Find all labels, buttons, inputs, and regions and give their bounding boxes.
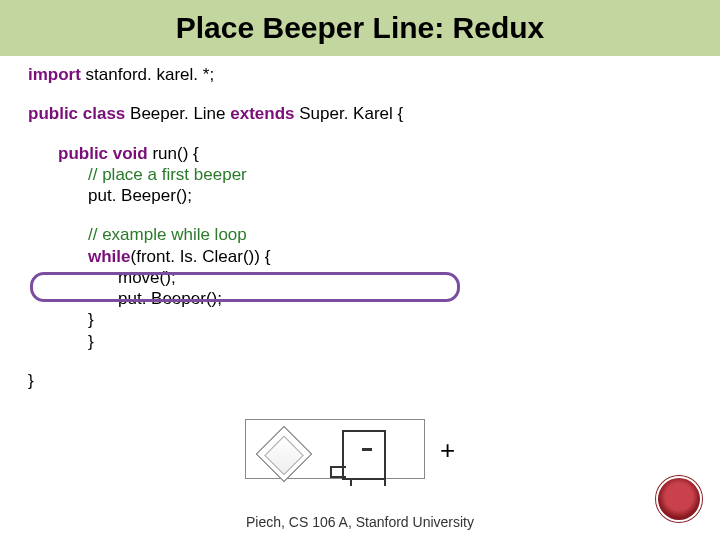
beeper-icon — [256, 426, 313, 483]
code-line: public class Beeper. Line extends Super.… — [28, 103, 692, 124]
title-bar: Place Beeper Line: Redux — [0, 0, 720, 56]
stanford-seal-icon — [656, 476, 702, 522]
code-line: public void run() { — [28, 143, 692, 164]
code-line: } — [28, 309, 692, 330]
blank-line — [28, 85, 692, 103]
blank-line — [28, 352, 692, 370]
code-line: put. Beeper(); — [28, 185, 692, 206]
keyword-public-class: public class — [28, 104, 125, 123]
code-text: (front. Is. Clear()) { — [131, 247, 271, 266]
code-text: Super. Karel { — [295, 104, 404, 123]
karel-illustration: + — [245, 415, 475, 485]
highlight-while-line — [30, 272, 460, 302]
code-line: while(front. Is. Clear()) { — [28, 246, 692, 267]
code-text: run() { — [148, 144, 199, 163]
code-line: } — [28, 331, 692, 352]
slide-title: Place Beeper Line: Redux — [176, 11, 544, 45]
footer-text: Piech, CS 106 A, Stanford University — [0, 514, 720, 530]
keyword-import: import — [28, 65, 81, 84]
board-frame — [245, 419, 425, 479]
code-text: Beeper. Line — [125, 104, 230, 123]
karel-robot-icon — [342, 430, 386, 480]
blank-line — [28, 125, 692, 143]
code-text: stanford. karel. *; — [81, 65, 214, 84]
code-line: import stanford. karel. *; — [28, 64, 692, 85]
comment-line: // place a first beeper — [28, 164, 692, 185]
keyword-public-void: public void — [58, 144, 148, 163]
plus-icon: + — [440, 435, 455, 466]
keyword-extends: extends — [230, 104, 294, 123]
code-line: } — [28, 370, 692, 391]
code-block: import stanford. karel. *; public class … — [0, 56, 720, 391]
blank-line — [28, 206, 692, 224]
keyword-while: while — [88, 247, 131, 266]
comment-line: // example while loop — [28, 224, 692, 245]
